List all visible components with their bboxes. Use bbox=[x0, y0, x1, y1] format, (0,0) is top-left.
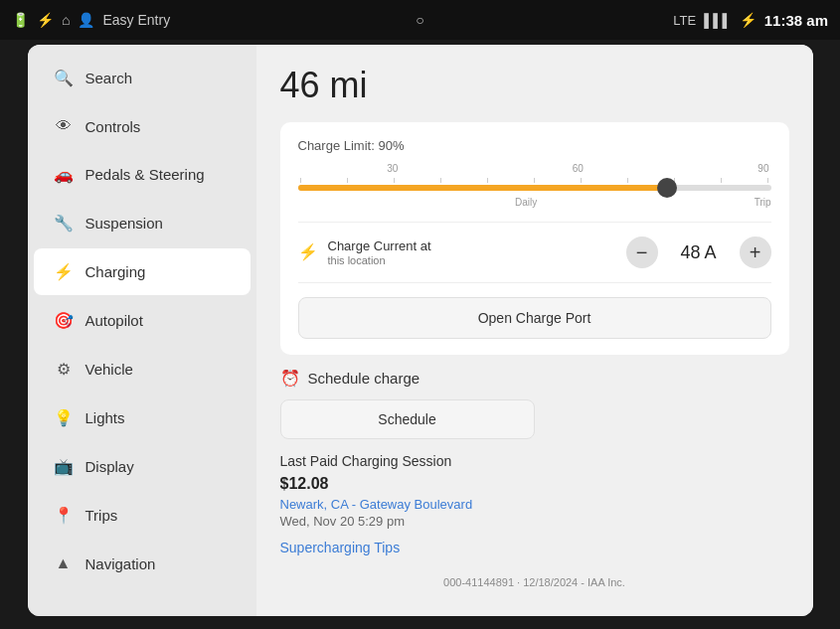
status-bar-center: ○ bbox=[416, 12, 423, 28]
sidebar-item-label-navigation: Navigation bbox=[85, 555, 156, 572]
last-session-date: Wed, Nov 20 5:29 pm bbox=[280, 514, 789, 529]
sidebar-item-label-display: Display bbox=[85, 458, 134, 475]
content-area: 46 mi Charge Limit: 90% 30 60 90 bbox=[256, 45, 813, 616]
bolt-icon: ⚡ bbox=[37, 12, 54, 28]
controls-icon: 👁 bbox=[54, 117, 74, 135]
sidebar-item-label-suspension: Suspension bbox=[85, 215, 163, 232]
main-ui: 🔍 Search 👁 Controls 🚗 Pedals & Steering … bbox=[28, 45, 813, 616]
tick-mark bbox=[300, 178, 301, 183]
divider-2 bbox=[298, 282, 771, 283]
sidebar-item-display[interactable]: 📺 Display bbox=[34, 443, 251, 490]
tick-marks-row bbox=[298, 178, 771, 183]
signal-bars: ▌▌▌ bbox=[704, 13, 732, 28]
pedals-icon: 🚗 bbox=[54, 165, 74, 184]
slider-thumb[interactable] bbox=[657, 178, 677, 198]
sidebar: 🔍 Search 👁 Controls 🚗 Pedals & Steering … bbox=[28, 45, 256, 616]
tick-mark bbox=[394, 178, 395, 183]
sidebar-item-autopilot[interactable]: 🎯 Autopilot bbox=[34, 297, 251, 344]
navigation-icon: ▲ bbox=[54, 554, 74, 572]
tick-mark bbox=[627, 178, 628, 183]
sidebar-item-label-vehicle: Vehicle bbox=[85, 361, 133, 378]
sidebar-item-label-controls: Controls bbox=[85, 118, 141, 135]
sidebar-item-label-lights: Lights bbox=[85, 409, 125, 426]
range-display: 46 mi bbox=[280, 65, 789, 106]
sidebar-item-charging[interactable]: ⚡ Charging bbox=[34, 248, 251, 295]
sidebar-item-search[interactable]: 🔍 Search bbox=[34, 55, 251, 101]
profile-icon: 👤 bbox=[78, 12, 94, 28]
circle-icon: ○ bbox=[416, 12, 423, 28]
tick-mark bbox=[347, 178, 348, 183]
bluetooth-icon: ⚡ bbox=[740, 12, 756, 28]
tick-mark bbox=[487, 178, 488, 183]
tick-60: 60 bbox=[573, 163, 584, 174]
sidebar-item-label-trips: Trips bbox=[85, 507, 118, 524]
divider-1 bbox=[298, 222, 771, 223]
sidebar-item-controls[interactable]: 👁 Controls bbox=[34, 103, 251, 149]
last-session-location: Newark, CA - Gateway Boulevard bbox=[280, 497, 789, 512]
status-bar: 🔋 ⚡ ⌂ 👤 Easy Entry ○ LTE ▌▌▌ ⚡ 11:38 am bbox=[0, 0, 840, 40]
tick-mark bbox=[534, 178, 535, 183]
schedule-label: Schedule charge bbox=[308, 370, 420, 387]
sidebar-item-lights[interactable]: 💡 Lights bbox=[34, 394, 251, 441]
lights-icon: 💡 bbox=[54, 408, 74, 427]
supercharging-tips-link[interactable]: Supercharging Tips bbox=[280, 540, 401, 555]
schedule-clock-icon: ⏰ bbox=[280, 369, 300, 388]
charge-limit-label: Charge Limit: 90% bbox=[298, 138, 771, 153]
tick-mark bbox=[581, 178, 582, 183]
increase-button[interactable]: + bbox=[740, 236, 771, 268]
suspension-icon: 🔧 bbox=[54, 214, 74, 233]
tick-mark bbox=[767, 178, 768, 183]
daily-marker: Daily bbox=[515, 197, 537, 208]
stepper-group: − 48 A + bbox=[626, 236, 771, 268]
charge-limit-slider-track[interactable] bbox=[298, 185, 771, 191]
charge-current-labels: Charge Current at this location bbox=[328, 238, 431, 267]
last-session-title: Last Paid Charging Session bbox=[280, 453, 789, 469]
lte-label: LTE bbox=[673, 13, 696, 28]
current-value: 48 A bbox=[674, 242, 724, 263]
schedule-button[interactable]: Schedule bbox=[280, 399, 535, 439]
autopilot-icon: 🎯 bbox=[54, 311, 74, 330]
sidebar-item-label-autopilot: Autopilot bbox=[85, 312, 143, 329]
charge-limit-card: Charge Limit: 90% 30 60 90 bbox=[280, 122, 789, 355]
sidebar-item-trips[interactable]: 📍 Trips bbox=[34, 492, 251, 539]
sidebar-item-vehicle[interactable]: ⚙ Vehicle bbox=[34, 346, 251, 393]
easy-entry-label: Easy Entry bbox=[102, 12, 170, 28]
schedule-header: ⏰ Schedule charge bbox=[280, 369, 789, 388]
tick-90: 90 bbox=[757, 163, 768, 174]
charge-current-sub: this location bbox=[328, 254, 431, 266]
sidebar-item-pedals[interactable]: 🚗 Pedals & Steering bbox=[34, 151, 251, 198]
schedule-section: ⏰ Schedule charge Schedule bbox=[280, 369, 789, 439]
last-session-amount: $12.08 bbox=[280, 475, 789, 493]
sidebar-item-suspension[interactable]: 🔧 Suspension bbox=[34, 200, 251, 246]
display-icon: 📺 bbox=[54, 457, 74, 476]
charge-current-row: ⚡ Charge Current at this location − 48 A… bbox=[298, 236, 771, 268]
charge-current-text: Charge Current at bbox=[328, 238, 431, 255]
slider-tick-labels: 30 60 90 bbox=[298, 163, 771, 174]
tick-30: 30 bbox=[387, 163, 398, 174]
trip-marker: Trip bbox=[755, 197, 771, 208]
status-bar-right: LTE ▌▌▌ ⚡ 11:38 am bbox=[673, 12, 828, 29]
trips-icon: 📍 bbox=[54, 506, 74, 525]
home-icon: ⌂ bbox=[62, 12, 70, 28]
slider-fill bbox=[298, 185, 667, 191]
clock: 11:38 am bbox=[764, 12, 828, 29]
status-bar-left: 🔋 ⚡ ⌂ 👤 Easy Entry bbox=[12, 12, 170, 28]
sidebar-item-label-pedals: Pedals & Steering bbox=[85, 166, 205, 183]
charge-current-label-group: ⚡ Charge Current at this location bbox=[298, 238, 431, 267]
battery-icon: 🔋 bbox=[12, 12, 29, 28]
sidebar-item-navigation[interactable]: ▲ Navigation bbox=[34, 541, 251, 586]
vehicle-icon: ⚙ bbox=[54, 360, 74, 379]
sidebar-item-label-search: Search bbox=[85, 70, 133, 86]
plug-icon: ⚡ bbox=[298, 242, 318, 261]
search-icon: 🔍 bbox=[54, 69, 74, 87]
tick-mark bbox=[440, 178, 441, 183]
slider-markers: Daily Trip bbox=[298, 197, 771, 208]
tick-mark bbox=[721, 178, 722, 183]
open-charge-port-button[interactable]: Open Charge Port bbox=[298, 297, 771, 339]
last-session-section: Last Paid Charging Session $12.08 Newark… bbox=[280, 453, 789, 556]
sidebar-item-label-charging: Charging bbox=[85, 263, 146, 280]
charging-icon: ⚡ bbox=[54, 262, 74, 281]
footer-text: 000-41144891 · 12/18/2024 - IAA Inc. bbox=[443, 572, 625, 592]
decrease-button[interactable]: − bbox=[626, 236, 658, 268]
